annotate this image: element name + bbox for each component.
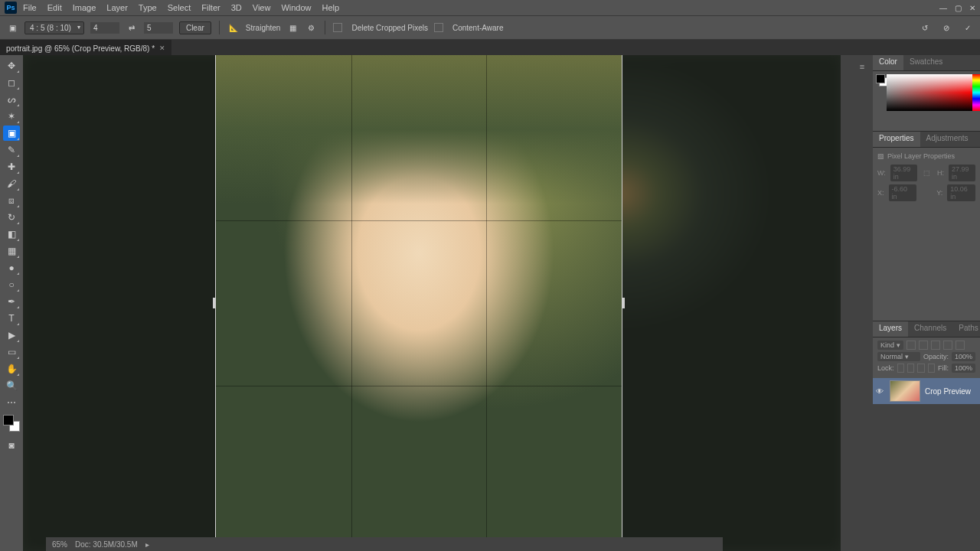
fg-swatch-mini[interactable] [876, 74, 885, 83]
eyedropper-tool[interactable]: ✎ [3, 142, 20, 158]
crop-handle-tr[interactable] [614, 55, 622, 63]
close-tab-icon[interactable]: ✕ [159, 44, 165, 52]
clear-button[interactable]: Clear [179, 21, 211, 34]
filter-pixel-icon[interactable] [906, 341, 916, 350]
fill-field[interactable]: 100% [952, 364, 975, 373]
filter-kind-dropdown[interactable]: Kind ▾ [877, 341, 903, 350]
blend-mode-dropdown[interactable]: Normal ▾ [877, 352, 920, 361]
overlay-grid-icon[interactable]: ▦ [286, 21, 299, 34]
crop-width-input[interactable] [90, 22, 119, 34]
more-tools-icon[interactable]: ⋯ [3, 395, 20, 410]
history-brush-tool[interactable]: ↻ [3, 210, 20, 225]
healing-brush-tool[interactable]: ✚ [3, 159, 20, 174]
zoom-level[interactable]: 65% [52, 540, 67, 549]
status-more-icon[interactable]: ▸ [145, 540, 149, 549]
hue-slider[interactable] [972, 74, 980, 111]
lock-position-icon[interactable] [917, 364, 924, 373]
menu-view[interactable]: View [253, 3, 271, 12]
menu-layer[interactable]: Layer [106, 3, 128, 12]
crop-box[interactable] [216, 55, 622, 551]
prop-x-field[interactable]: -6.60 in [889, 184, 917, 201]
layer-thumbnail[interactable] [890, 380, 920, 402]
shape-tool[interactable]: ▭ [3, 344, 20, 360]
menu-edit[interactable]: Edit [47, 3, 62, 12]
layer-row[interactable]: 👁 Crop Preview [873, 378, 980, 404]
properties-tab[interactable]: Properties [873, 132, 920, 147]
path-select-tool[interactable]: ▶ [3, 328, 20, 343]
clone-stamp-tool[interactable]: ⧇ [3, 193, 20, 208]
filter-smart-icon[interactable] [956, 341, 965, 350]
color-tab[interactable]: Color [873, 55, 903, 70]
content-aware-checkbox[interactable] [434, 23, 443, 32]
prop-h-field[interactable]: 27.99 in [949, 165, 975, 181]
straighten-icon[interactable]: 📐 [227, 21, 240, 34]
crop-handle-tl[interactable] [215, 55, 224, 63]
move-tool[interactable]: ✥ [3, 58, 20, 73]
swap-dimensions-icon[interactable]: ⇄ [126, 21, 138, 34]
paths-tab[interactable]: Paths [952, 321, 980, 337]
link-wh-icon[interactable]: ⬚ [922, 169, 933, 177]
filter-shape-icon[interactable] [943, 341, 952, 350]
menu-image[interactable]: Image [73, 3, 96, 12]
foreground-background-swatch[interactable] [3, 415, 20, 432]
prop-w-field[interactable]: 36.99 in [890, 165, 917, 181]
swatches-tab[interactable]: Swatches [903, 55, 949, 70]
menu-help[interactable]: Help [322, 3, 340, 12]
commit-crop-icon[interactable]: ✓ [962, 21, 974, 34]
crop-handle-r[interactable] [622, 298, 625, 308]
opacity-field[interactable]: 100% [952, 352, 975, 361]
gradient-tool[interactable]: ▦ [3, 243, 20, 259]
crop-height-input[interactable] [144, 22, 173, 34]
straighten-label[interactable]: Straighten [246, 24, 281, 32]
pen-tool[interactable]: ✒ [3, 294, 20, 309]
channels-tab[interactable]: Channels [908, 321, 952, 337]
menu-filter[interactable]: Filter [201, 3, 220, 12]
menu-select[interactable]: Select [168, 3, 191, 12]
menu-file[interactable]: File [23, 3, 37, 12]
cancel-crop-icon[interactable]: ⊘ [940, 21, 952, 34]
reset-crop-icon[interactable]: ↺ [919, 21, 931, 34]
eraser-tool[interactable]: ◧ [3, 227, 20, 242]
close-icon[interactable]: ✕ [969, 4, 975, 12]
layer-name[interactable]: Crop Preview [925, 387, 971, 396]
blur-tool[interactable]: ● [3, 260, 20, 276]
canvas[interactable]: 65% Doc: 30.5M/30.5M ▸ [23, 55, 841, 551]
crop-handle-l[interactable] [213, 298, 216, 308]
crop-ratio-dropdown[interactable]: 4 : 5 (8 : 10) [24, 21, 84, 34]
dodge-tool[interactable]: ○ [3, 277, 20, 292]
hand-tool[interactable]: ✋ [3, 361, 20, 377]
menu-3d[interactable]: 3D [231, 3, 242, 12]
minimize-icon[interactable]: — [939, 4, 947, 12]
history-panel-icon[interactable]: ≡ [855, 60, 869, 73]
doc-size[interactable]: Doc: 30.5M/30.5M [75, 540, 138, 549]
filter-type-icon[interactable] [931, 341, 940, 350]
delete-cropped-checkbox[interactable] [333, 23, 342, 32]
filter-adjust-icon[interactable] [919, 341, 928, 350]
color-panel [873, 71, 980, 131]
menu-type[interactable]: Type [139, 3, 157, 12]
layer-visibility-icon[interactable]: 👁 [876, 387, 885, 396]
properties-panel: ▧Pixel Layer Properties W: 36.99 in ⬚ H:… [873, 148, 980, 209]
layer-options: Kind ▾ Normal ▾ Opacity: 100% Lock: [873, 337, 980, 378]
zoom-tool[interactable]: 🔍 [3, 378, 20, 393]
lock-all-icon[interactable] [928, 364, 935, 373]
crop-tool[interactable]: ▣ [3, 126, 20, 141]
layers-tab[interactable]: Layers [873, 321, 908, 337]
lock-transparency-icon[interactable] [897, 364, 904, 373]
foreground-color-swatch[interactable] [3, 415, 14, 425]
lock-pixels-icon[interactable] [907, 364, 914, 373]
document-tab[interactable]: portrait.jpg @ 65% (Crop Preview, RGB/8)… [0, 40, 172, 57]
type-tool[interactable]: T [3, 311, 20, 326]
color-field[interactable] [887, 74, 975, 111]
brush-tool[interactable]: 🖌 [3, 176, 20, 191]
menu-window[interactable]: Window [281, 3, 311, 12]
canvas-scrollbar[interactable] [841, 55, 851, 551]
lasso-tool[interactable]: ᔕ [3, 92, 20, 107]
maximize-icon[interactable]: ▢ [955, 4, 962, 12]
adjustments-tab[interactable]: Adjustments [920, 132, 975, 147]
quick-select-tool[interactable]: ✶ [3, 109, 20, 124]
quickmask-toggle[interactable]: ◙ [3, 438, 20, 453]
marquee-tool[interactable]: ◻ [3, 75, 20, 90]
crop-options-icon[interactable]: ⚙ [305, 21, 317, 34]
prop-y-field[interactable]: 10.06 in [947, 184, 975, 201]
